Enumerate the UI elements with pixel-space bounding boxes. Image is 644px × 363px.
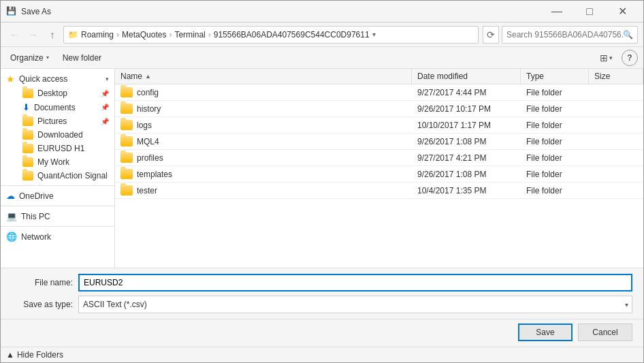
sidebar-item-thispc[interactable]: 💻 This PC (1, 209, 114, 223)
file-cell-name: config (115, 84, 412, 100)
quick-access-chevron-icon: ▾ (106, 76, 109, 82)
column-header-date[interactable]: Date modified (412, 69, 521, 84)
dialog-icon: 💾 (6, 6, 17, 17)
file-cell-size (589, 183, 643, 198)
refresh-button[interactable]: ⟳ (483, 26, 499, 44)
sidebar-item-quantaction[interactable]: QuantAction Signal (1, 169, 114, 183)
file-name-cell: profiles (137, 153, 163, 163)
file-cell-size (589, 117, 643, 133)
column-header-type[interactable]: Type (521, 69, 589, 84)
file-cell-type: File folder (521, 101, 589, 116)
sidebar-divider-3 (1, 226, 114, 227)
breadcrumb-folder-icon: 📁 (68, 30, 78, 40)
table-row[interactable]: logs 10/10/2017 1:17 PM File folder (115, 117, 643, 133)
hide-folders-button[interactable]: ▲ Hide Folders (6, 350, 63, 360)
forward-button[interactable]: → (25, 27, 42, 43)
documents-icon: ⬇ (22, 102, 30, 112)
help-icon: ? (627, 53, 632, 63)
breadcrumb-roaming[interactable]: Roaming (81, 30, 114, 40)
view-icon: ⊞ (600, 52, 608, 63)
breadcrumb-guid[interactable]: 915566BA06ADA407569C544CC0D97611 (214, 30, 370, 40)
action-row: Save Cancel (1, 319, 643, 347)
file-cell-size (589, 101, 643, 116)
sidebar-item-documents[interactable]: ⬇ Documents 📌 (1, 100, 114, 114)
dialog-title: Save As (21, 7, 541, 16)
help-button[interactable]: ? (622, 50, 638, 66)
search-input[interactable] (506, 30, 623, 40)
breadcrumb-text: Roaming › MetaQuotes › Terminal › 915566… (81, 30, 370, 40)
folder-icon (120, 185, 133, 195)
onedrive-icon: ☁ (6, 191, 15, 201)
save-as-type-select[interactable]: ASCII Text (*.csv) (78, 296, 632, 313)
sidebar-documents-label: Documents (34, 103, 97, 112)
sidebar-desktop-label: Desktop (37, 89, 97, 98)
file-cell-type: File folder (521, 133, 589, 149)
column-name-label: Name (120, 72, 142, 81)
file-cell-name: templates (115, 166, 412, 182)
file-name-cell: logs (137, 121, 152, 130)
sep2: › (169, 30, 172, 40)
sidebar-item-quick-access[interactable]: ★ Quick access ▾ (1, 72, 114, 86)
file-cell-size (589, 133, 643, 149)
sidebar-item-onedrive[interactable]: ☁ OneDrive (1, 189, 114, 203)
cancel-button[interactable]: Cancel (578, 323, 632, 341)
file-cell-name: MQL4 (115, 133, 412, 149)
breadcrumb-bar[interactable]: 📁 Roaming › MetaQuotes › Terminal › 9155… (63, 26, 479, 44)
close-button[interactable]: ✕ (607, 1, 638, 22)
mywork-folder-icon (22, 157, 33, 167)
file-cell-name: profiles (115, 150, 412, 165)
sidebar-item-network[interactable]: 🌐 Network (1, 230, 114, 244)
column-header-name[interactable]: Name ▲ (115, 69, 412, 84)
file-name-cell: MQL4 (137, 137, 159, 146)
file-cell-name: tester (115, 183, 412, 198)
file-cell-date: 9/26/2017 1:08 PM (412, 133, 521, 149)
organize-button[interactable]: Organize ▾ (6, 52, 53, 64)
hide-folders-row: ▲ Hide Folders (1, 347, 643, 362)
maximize-button[interactable]: □ (574, 1, 605, 22)
sidebar-item-downloaded[interactable]: Downloaded (1, 128, 114, 142)
new-folder-button[interactable]: New folder (59, 52, 106, 64)
folder-icon (120, 120, 133, 130)
table-row[interactable]: tester 10/4/2017 1:35 PM File folder (115, 183, 643, 199)
file-name-cell: tester (137, 186, 157, 195)
sep1: › (116, 30, 119, 40)
table-row[interactable]: history 9/26/2017 10:17 PM File folder (115, 101, 643, 117)
column-size-label: Size (594, 72, 610, 81)
desktop-folder-icon (22, 89, 33, 98)
file-name-cell: config (137, 88, 159, 97)
file-name-input[interactable] (78, 274, 632, 291)
file-cell-date: 10/4/2017 1:35 PM (412, 183, 521, 198)
sidebar-quantaction-label: QuantAction Signal (37, 171, 109, 180)
file-cell-type: File folder (521, 183, 589, 198)
organize-label: Organize (10, 53, 44, 63)
breadcrumb-terminal[interactable]: Terminal (174, 30, 205, 40)
sidebar-pictures-label: Pictures (37, 116, 97, 126)
sort-arrow-icon: ▲ (145, 73, 151, 80)
sidebar-quick-access-label: Quick access (19, 74, 101, 84)
sidebar-item-eurusd[interactable]: EURUSD H1 (1, 142, 114, 155)
view-toggle-button[interactable]: ⊞ ▾ (596, 50, 616, 65)
pictures-pin-icon: 📌 (101, 118, 109, 125)
toolbar: Organize ▾ New folder ⊞ ▾ ? (1, 47, 643, 69)
sidebar-item-mywork[interactable]: My Work (1, 155, 114, 169)
sidebar-divider-2 (1, 206, 114, 206)
minimize-button[interactable]: — (541, 1, 573, 22)
table-row[interactable]: templates 9/26/2017 1:08 PM File folder (115, 166, 643, 183)
breadcrumb-dropdown-icon[interactable]: ▾ (372, 31, 376, 38)
column-header-size[interactable]: Size (589, 69, 643, 84)
up-button[interactable]: ↑ (44, 27, 61, 43)
sidebar-thispc-label: This PC (21, 212, 109, 221)
quick-access-section: ★ Quick access ▾ Desktop 📌 ⬇ Documents 📌… (1, 72, 114, 183)
table-row[interactable]: MQL4 9/26/2017 1:08 PM File folder (115, 133, 643, 150)
back-button[interactable]: ← (6, 27, 22, 43)
network-icon: 🌐 (6, 232, 17, 242)
table-row[interactable]: profiles 9/27/2017 4:21 PM File folder (115, 150, 643, 166)
breadcrumb-metaquotes[interactable]: MetaQuotes (122, 30, 166, 40)
sidebar-item-desktop[interactable]: Desktop 📌 (1, 86, 114, 100)
file-cell-name: history (115, 101, 412, 116)
file-cell-type: File folder (521, 166, 589, 182)
organize-chevron-icon: ▾ (46, 54, 49, 61)
sidebar-item-pictures[interactable]: Pictures 📌 (1, 114, 114, 128)
table-row[interactable]: config 9/27/2017 4:44 PM File folder (115, 84, 643, 101)
save-button[interactable]: Save (518, 323, 573, 341)
